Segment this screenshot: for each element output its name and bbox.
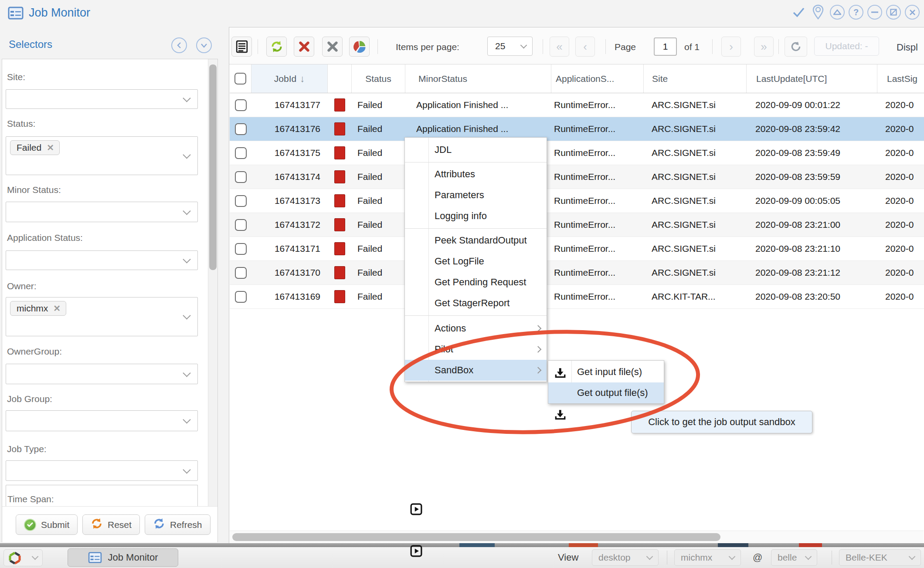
column-header-minorstatus[interactable]: MinorStatus xyxy=(405,64,551,93)
column-header-lastsignoflife[interactable]: LastSig xyxy=(877,64,924,93)
menu-item-get-logfile[interactable]: Get LogFile xyxy=(405,251,547,272)
remove-chip-icon[interactable]: ✕ xyxy=(47,142,54,153)
table-row-selected[interactable]: 167413176 Failed Application Finished ..… xyxy=(230,117,924,141)
ownergroup-select[interactable] xyxy=(6,364,198,384)
refresh-grid-button[interactable] xyxy=(266,37,287,57)
refresh-button[interactable]: Refresh xyxy=(145,514,211,535)
sidebar-scrollbar-thumb[interactable] xyxy=(209,64,217,270)
pin-icon[interactable] xyxy=(810,4,826,20)
cell-applicationstatus: RuntimeError... xyxy=(551,117,644,141)
job-monitor-window-icon xyxy=(8,7,24,20)
row-checkbox[interactable] xyxy=(235,123,247,135)
help-icon[interactable]: ? xyxy=(849,5,863,20)
job-group-select[interactable] xyxy=(6,410,198,431)
menu-item-jdl[interactable]: JDL xyxy=(405,139,547,160)
menu-item-label: Logging info xyxy=(435,210,487,222)
remove-chip-icon[interactable]: ✕ xyxy=(53,303,61,314)
menu-item-attributes[interactable]: Attributes xyxy=(405,164,547,185)
last-page-button[interactable]: » xyxy=(754,37,774,57)
menu-item-parameters[interactable]: Parameters xyxy=(405,185,547,206)
menu-item-get-output-files[interactable]: Get output file(s) xyxy=(548,382,664,403)
collapse-icon[interactable] xyxy=(830,5,845,20)
cancel-button[interactable] xyxy=(294,37,314,57)
site-select[interactable] xyxy=(6,89,198,109)
row-checkbox[interactable] xyxy=(235,243,247,255)
chevron-down-icon[interactable] xyxy=(196,37,212,53)
cell-lastupdate: 2020-09-08 23:59:42 xyxy=(747,117,877,141)
table-row[interactable]: 167413175 Failed RuntimeError... ARC.SIG… xyxy=(230,141,924,165)
next-page-button[interactable]: › xyxy=(721,37,741,57)
group-select[interactable]: belle xyxy=(771,549,817,566)
column-header-statuscolor[interactable] xyxy=(328,64,352,93)
app-launcher-button[interactable] xyxy=(3,549,43,566)
row-checkbox[interactable] xyxy=(235,171,247,183)
column-header-status[interactable]: Status xyxy=(352,64,405,93)
cell-lastupdate: 2020-09-08 23:21:12 xyxy=(747,261,877,284)
view-select[interactable]: desktop xyxy=(592,549,659,566)
owner-select[interactable]: michmx ✕ xyxy=(6,297,198,336)
row-checkbox[interactable] xyxy=(235,195,247,207)
column-header-applicationstatus[interactable]: ApplicationS... xyxy=(551,64,644,93)
job-group-label: Job Group: xyxy=(7,394,52,404)
menu-item-get-input-files[interactable]: Get input file(s) xyxy=(548,362,664,382)
table-row[interactable]: 167413174 Failed RuntimeError... ARC.SIG… xyxy=(230,165,924,189)
previous-page-button[interactable]: ‹ xyxy=(575,37,595,57)
column-header-site[interactable]: Site xyxy=(644,64,747,93)
job-type-select[interactable] xyxy=(6,460,198,481)
status-chip[interactable]: Failed ✕ xyxy=(10,140,60,155)
row-checkbox[interactable] xyxy=(235,99,247,111)
owner-chip[interactable]: michmx ✕ xyxy=(10,301,66,316)
restore-icon[interactable] xyxy=(886,5,901,20)
menu-item-actions[interactable]: Actions xyxy=(405,318,547,339)
table-row[interactable]: 167413171 Failed RuntimeError... ARC.SIG… xyxy=(230,237,924,261)
menu-item-peek-standardoutput[interactable]: Peek StandardOutput xyxy=(405,230,547,251)
first-page-button[interactable]: « xyxy=(550,37,569,57)
row-checkbox[interactable] xyxy=(235,291,247,303)
table-row[interactable]: 167413170 Failed RuntimeError... ARC.SIG… xyxy=(230,261,924,285)
items-per-page-select[interactable]: 25 xyxy=(487,37,533,56)
cell-lastsignoflife: 2020-0 xyxy=(877,165,924,189)
minimize-icon[interactable] xyxy=(867,5,882,20)
menu-button[interactable] xyxy=(231,37,252,57)
statistics-button[interactable] xyxy=(349,37,370,57)
pie-chart-icon xyxy=(353,41,366,53)
page-number-input[interactable]: 1 xyxy=(654,37,677,56)
row-checkbox[interactable] xyxy=(235,147,247,159)
table-row[interactable]: 167413173 Failed RuntimeError... ARC.SIG… xyxy=(230,189,924,213)
cell-jobid: 167413174 xyxy=(251,165,328,189)
reset-button[interactable]: Reset xyxy=(82,514,140,535)
horizontal-scrollbar-thumb[interactable] xyxy=(232,533,720,541)
submit-button[interactable]: Submit xyxy=(16,514,78,535)
check-icon[interactable] xyxy=(791,4,806,20)
displaying-label: Displ xyxy=(897,42,918,53)
close-icon[interactable] xyxy=(905,5,920,20)
failed-status-icon xyxy=(334,266,345,279)
minor-status-select[interactable] xyxy=(6,202,198,222)
status-select[interactable]: Failed ✕ xyxy=(6,136,198,175)
application-status-select[interactable] xyxy=(6,250,198,270)
cell-lastupdate: 2020-09-08 23:21:10 xyxy=(747,237,877,260)
taskbar-job-monitor-button[interactable]: Job Monitor xyxy=(68,548,178,567)
table-row[interactable]: 167413177 Failed Application Finished ..… xyxy=(230,93,924,117)
user-select[interactable]: michmx xyxy=(674,549,741,566)
menu-item-get-stagerreport[interactable]: Get StagerReport xyxy=(405,293,547,314)
collapse-left-icon[interactable] xyxy=(171,37,187,53)
column-header-lastupdate[interactable]: LastUpdate[UTC] xyxy=(747,64,877,93)
kill-button[interactable] xyxy=(322,37,343,57)
reset-button-label: Reset xyxy=(108,520,132,530)
select-all-checkbox[interactable] xyxy=(234,73,246,85)
menu-item-logging-info[interactable]: Logging info xyxy=(405,206,547,227)
column-header-jobid[interactable]: JobId ↓ xyxy=(251,64,328,93)
row-checkbox[interactable] xyxy=(235,219,247,231)
download-icon xyxy=(553,366,567,380)
menu-item-get-pending-request[interactable]: Get Pending Request xyxy=(405,272,547,293)
row-checkbox[interactable] xyxy=(235,267,247,279)
table-row[interactable]: 167413169 Failed RuntimeError... ARC.KIT… xyxy=(230,285,924,309)
menu-item-sandbox[interactable]: SandBox xyxy=(405,360,547,381)
menu-item-pilot[interactable]: Pilot xyxy=(405,339,547,360)
table-row[interactable]: 167413172 Failed RuntimeError... ARC.SIG… xyxy=(230,213,924,237)
cell-lastupdate: 2020-09-08 23:59:59 xyxy=(747,165,877,189)
reload-page-button[interactable] xyxy=(785,37,807,57)
setup-select[interactable]: Belle-KEK xyxy=(839,549,921,566)
cell-status: Failed xyxy=(352,261,405,284)
